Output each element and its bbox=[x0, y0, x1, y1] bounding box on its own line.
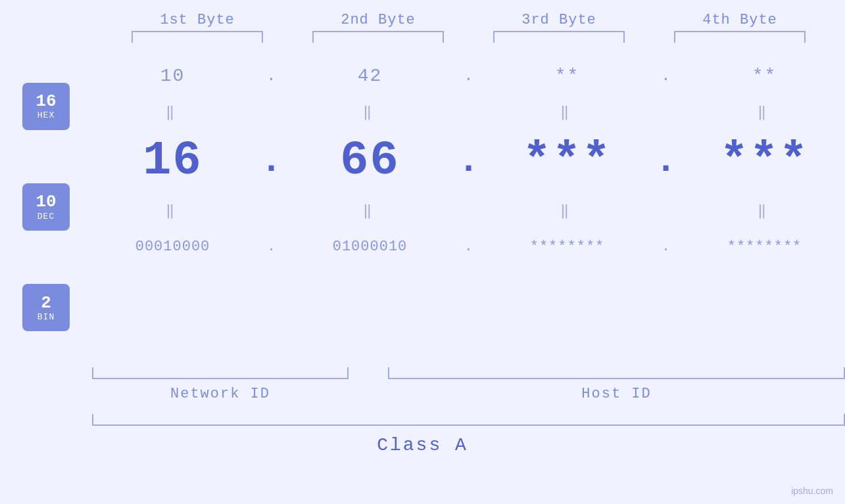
hex-byte4: ** bbox=[692, 66, 837, 86]
bin-byte3: ******** bbox=[495, 239, 640, 255]
hex-byte1: 10 bbox=[101, 66, 245, 86]
badges-column: 16 HEX 10 DEC 2 BIN bbox=[0, 49, 92, 365]
hex-badge-label: HEX bbox=[37, 110, 55, 120]
dec-row: 16 . 66 . *** . *** bbox=[92, 122, 845, 200]
eq1-b2: ‖ bbox=[298, 103, 443, 121]
byte-headers-row: 1st Byte 2nd Byte 3rd Byte 4th Byte bbox=[107, 0, 831, 28]
dec-badge-num: 10 bbox=[36, 193, 56, 212]
byte4-header: 4th Byte bbox=[667, 12, 812, 28]
dec-byte3: *** bbox=[495, 134, 640, 188]
hex-badge: 16 HEX bbox=[22, 83, 70, 130]
hex-byte2: 42 bbox=[298, 66, 443, 86]
top-brackets bbox=[107, 31, 831, 43]
network-id-label: Network ID bbox=[92, 386, 349, 402]
network-bracket bbox=[92, 367, 349, 379]
bin-badge-label: BIN bbox=[37, 312, 55, 322]
bin-dot1: . bbox=[262, 239, 281, 254]
bin-badge-num: 2 bbox=[41, 294, 51, 313]
class-label: Class A bbox=[377, 435, 468, 455]
eq2-b1: ‖ bbox=[101, 202, 245, 219]
bin-byte2: 01000010 bbox=[298, 239, 443, 255]
bin-byte1: 00010000 bbox=[101, 239, 245, 255]
bracket-byte3 bbox=[493, 31, 625, 43]
hex-badge-num: 16 bbox=[36, 92, 56, 111]
class-label-row: Class A bbox=[0, 435, 845, 455]
bin-dot2: . bbox=[459, 239, 479, 254]
dec-dot3: . bbox=[656, 140, 676, 182]
bin-badge: 2 BIN bbox=[22, 284, 70, 331]
eq2-b3: ‖ bbox=[495, 202, 640, 219]
hex-byte3: ** bbox=[495, 66, 640, 86]
byte3-header: 3rd Byte bbox=[487, 12, 631, 28]
eq1-b4: ‖ bbox=[692, 103, 837, 121]
byte1-header: 1st Byte bbox=[125, 12, 270, 28]
bin-byte4: ******** bbox=[692, 239, 837, 255]
byte2-header: 2nd Byte bbox=[306, 12, 450, 28]
bin-row: 00010000 . 01000010 . ******** . bbox=[92, 220, 845, 273]
hex-row: 10 . 42 . ** . ** bbox=[92, 49, 845, 102]
eq1-b1: ‖ bbox=[101, 103, 245, 121]
ip-rows: 10 . 42 . ** . ** bbox=[92, 49, 845, 365]
eq2-b2: ‖ bbox=[298, 202, 443, 219]
eq2-b4: ‖ bbox=[692, 202, 837, 219]
dec-byte4: *** bbox=[692, 134, 837, 188]
equals-row-1: ‖ ‖ ‖ ‖ bbox=[92, 102, 845, 122]
equals-row-2: ‖ ‖ ‖ ‖ bbox=[92, 200, 845, 220]
bottom-brackets-container bbox=[92, 367, 845, 380]
bracket-byte1 bbox=[132, 31, 263, 43]
dec-byte1: 16 bbox=[101, 134, 245, 188]
host-id-label: Host ID bbox=[388, 386, 845, 402]
dec-dot1: . bbox=[262, 140, 281, 182]
host-bracket bbox=[388, 367, 845, 379]
hex-dot3: . bbox=[656, 67, 676, 85]
eq1-b3: ‖ bbox=[495, 103, 640, 121]
bracket-byte2 bbox=[312, 31, 444, 43]
bracket-byte4 bbox=[674, 31, 806, 43]
watermark: ipshu.com bbox=[791, 486, 833, 496]
dec-badge: 10 DEC bbox=[22, 183, 70, 231]
hex-dot2: . bbox=[459, 67, 479, 85]
dec-badge-label: DEC bbox=[37, 212, 55, 221]
content-area: 16 HEX 10 DEC 2 BIN 10 . bbox=[0, 49, 845, 365]
dec-dot2: . bbox=[459, 140, 479, 182]
id-labels-row: Network ID Host ID bbox=[92, 386, 845, 402]
hex-dot1: . bbox=[262, 67, 281, 85]
class-bracket-container bbox=[92, 414, 845, 426]
main-container: 1st Byte 2nd Byte 3rd Byte 4th Byte 16 H… bbox=[0, 0, 845, 504]
class-bracket bbox=[92, 414, 845, 426]
bin-dot3: . bbox=[656, 239, 676, 254]
dec-byte2: 66 bbox=[298, 134, 443, 188]
